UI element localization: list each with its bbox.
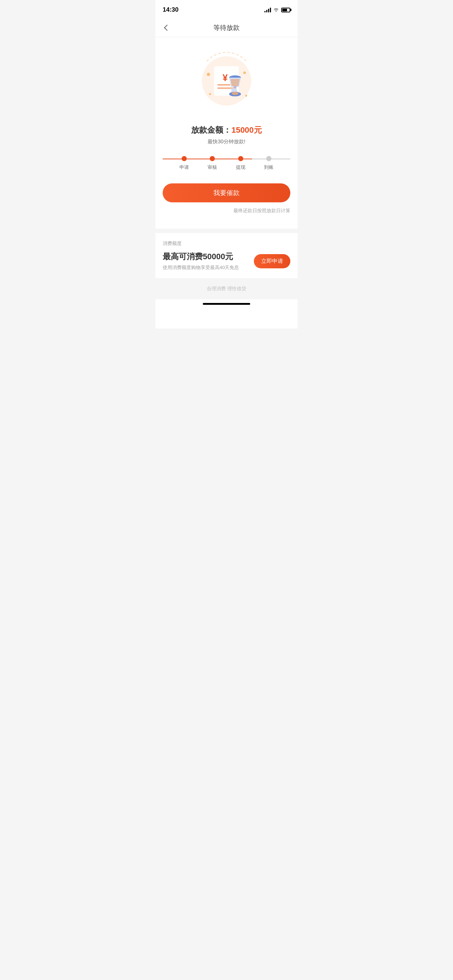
disclaimer-text: 最终还款日按照放款日计算 (163, 207, 290, 214)
nav-bar: 等待放款 (155, 18, 298, 37)
card-label: 消费额度 (163, 240, 290, 247)
status-time: 14:30 (163, 6, 179, 13)
amount-section: 放款金额：15000元 最快30分钟放款! (163, 125, 290, 145)
steps-progress: 申请 审核 提现 到账 (163, 156, 290, 170)
card-info: 最高可消费50000元 使用消费额度购物享受最高40天免息 (163, 251, 254, 271)
amount-title: 放款金额：15000元 (163, 125, 290, 135)
status-bar: 14:30 (155, 0, 298, 18)
step-arrived: 到账 (255, 156, 283, 170)
step-label-withdraw: 提现 (236, 164, 246, 170)
svg-rect-3 (217, 84, 231, 86)
main-section: ¥ (155, 37, 298, 229)
step-apply: 申请 (170, 156, 198, 170)
back-button[interactable] (161, 22, 173, 33)
svg-point-13 (245, 95, 247, 97)
status-icons (265, 7, 290, 13)
amount-subtitle: 最快30分钟放款! (163, 138, 290, 145)
svg-point-10 (207, 73, 210, 76)
hourglass-illustration: ¥ (194, 48, 259, 114)
step-label-arrived: 到账 (264, 164, 274, 170)
footer-spacer (155, 299, 298, 328)
step-dot-withdraw (238, 156, 243, 161)
illustration-container: ¥ (163, 48, 290, 114)
urge-button[interactable]: 我要催款 (163, 183, 290, 202)
home-indicator (155, 299, 298, 310)
step-review: 审核 (198, 156, 227, 170)
step-label-review: 审核 (207, 164, 217, 170)
card-content: 最高可消费50000元 使用消费额度购物享受最高40天免息 立即申请 (163, 251, 290, 271)
card-amount: 最高可消费50000元 (163, 251, 254, 262)
step-label-apply: 申请 (179, 164, 189, 170)
step-dot-arrived (266, 156, 271, 161)
svg-point-11 (243, 72, 246, 74)
step-dot-apply (182, 156, 187, 161)
step-withdraw: 提现 (226, 156, 255, 170)
svg-text:¥: ¥ (222, 73, 228, 83)
footer-text: 合理消费 理性借贷 (155, 278, 298, 299)
svg-point-12 (209, 93, 211, 95)
consumption-card: 消费额度 最高可消费50000元 使用消费额度购物享受最高40天免息 立即申请 (155, 233, 298, 278)
nav-title: 等待放款 (214, 23, 239, 32)
wifi-icon (273, 8, 279, 12)
home-bar (203, 303, 250, 305)
signal-icon (265, 7, 271, 13)
svg-point-8 (231, 92, 238, 95)
amount-label: 放款金额： (191, 126, 231, 135)
amount-value: 15000元 (231, 126, 262, 135)
step-dot-review (210, 156, 215, 161)
battery-icon (281, 8, 290, 13)
svg-rect-9 (235, 87, 236, 89)
apply-now-button[interactable]: 立即申请 (254, 254, 290, 268)
card-desc: 使用消费额度购物享受最高40天免息 (163, 264, 254, 271)
